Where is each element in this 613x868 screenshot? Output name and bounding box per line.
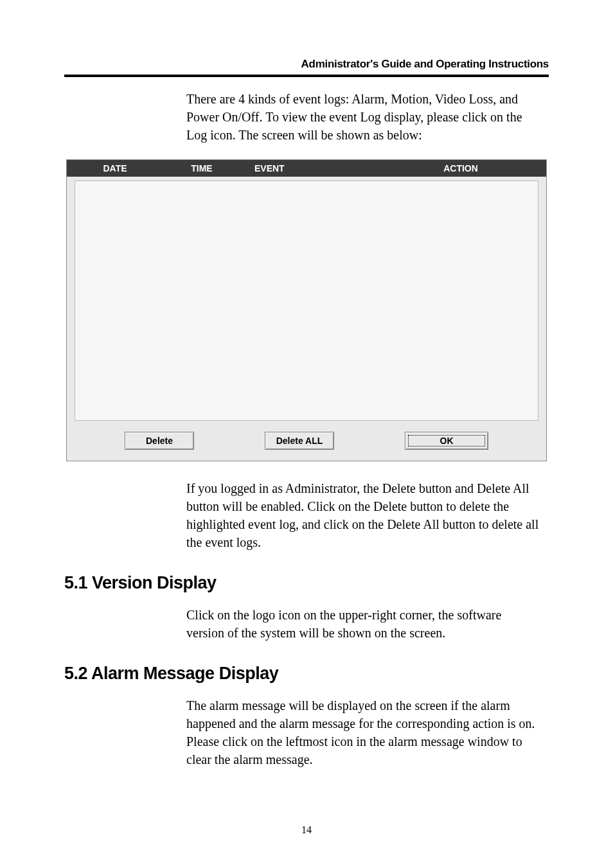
column-header-date: DATE bbox=[67, 163, 163, 173]
intro-paragraph: There are 4 kinds of event logs: Alarm, … bbox=[186, 90, 542, 144]
header-title: Administrator's Guide and Operating Inst… bbox=[64, 58, 549, 71]
event-log-dialog: DATE TIME EVENT ACTION Delete Delete ALL… bbox=[66, 159, 547, 461]
section-5-2-body: The alarm message will be displayed on t… bbox=[186, 696, 542, 768]
post-dialog-paragraph: If you logged in as Administrator, the D… bbox=[186, 479, 542, 551]
section-5-1-heading: 5.1 Version Display bbox=[64, 573, 549, 593]
column-header-time: TIME bbox=[163, 163, 240, 173]
dialog-header-row: DATE TIME EVENT ACTION bbox=[67, 160, 546, 177]
dialog-footer: Delete Delete ALL OK bbox=[67, 425, 546, 461]
event-list-area[interactable] bbox=[75, 181, 538, 421]
ok-button[interactable]: OK bbox=[405, 432, 488, 450]
section-5-1-body: Click on the logo icon on the upper-righ… bbox=[186, 606, 542, 642]
section-5-2-heading: 5.2 Alarm Message Display bbox=[64, 664, 549, 684]
delete-all-button[interactable]: Delete ALL bbox=[265, 432, 334, 450]
column-header-event: EVENT bbox=[240, 163, 375, 173]
header-divider bbox=[64, 75, 549, 77]
page-number: 14 bbox=[0, 824, 613, 836]
delete-button[interactable]: Delete bbox=[125, 432, 194, 450]
column-header-action: ACTION bbox=[375, 163, 546, 173]
page-header: Administrator's Guide and Operating Inst… bbox=[64, 58, 549, 77]
